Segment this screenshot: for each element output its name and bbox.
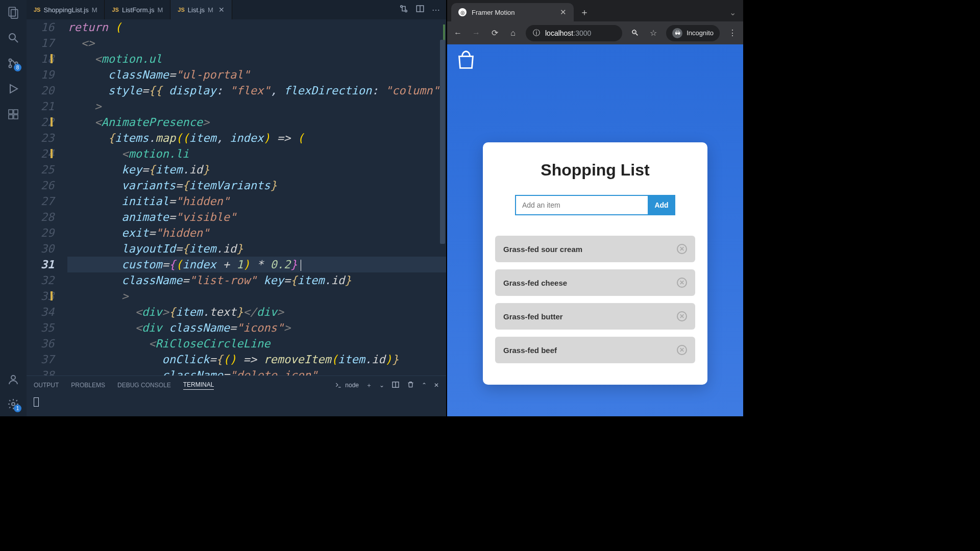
bookmark-icon[interactable]: ☆ xyxy=(648,28,659,38)
panel-tab-output[interactable]: OUTPUT xyxy=(34,382,59,389)
svg-rect-9 xyxy=(14,110,18,114)
editor-tab[interactable]: JSShoppingList.jsM xyxy=(27,0,105,19)
reload-button[interactable]: ⟳ xyxy=(489,28,500,38)
run-debug-icon[interactable] xyxy=(6,82,20,96)
code-line[interactable]: variants={itemVariants} xyxy=(67,178,446,193)
code-line[interactable]: initial="hidden" xyxy=(67,193,446,209)
page-viewport: Shopping List Add Grass-fed sour cream✕G… xyxy=(447,44,743,416)
list-item[interactable]: Grass-fed beef✕ xyxy=(495,337,695,363)
browser-window: ◎ Framer Motion ✕ ＋ ⌄ ← → ⟳ ⌂ ⓘ localhos… xyxy=(446,0,743,416)
extensions-icon[interactable] xyxy=(6,107,20,121)
delete-item-icon[interactable]: ✕ xyxy=(677,311,687,321)
code-line[interactable]: <motion.li xyxy=(67,146,446,162)
code-line[interactable]: className="list-row" key={item.id} xyxy=(67,272,446,288)
code-line[interactable]: <div className="icons"> xyxy=(67,320,446,336)
forward-button[interactable]: → xyxy=(471,29,482,38)
delete-item-icon[interactable]: ✕ xyxy=(677,244,687,254)
code-line[interactable]: <motion.ul xyxy=(67,51,446,67)
address-bar[interactable]: ⓘ localhost:3000 xyxy=(526,25,622,41)
site-info-icon[interactable]: ⓘ xyxy=(533,29,540,38)
code-line[interactable]: <div>{item.text}</div> xyxy=(67,304,446,320)
code-line[interactable]: custom={(index + 1) * 0.2} xyxy=(67,257,446,272)
new-terminal-icon[interactable]: ＋ xyxy=(366,381,372,390)
code-line[interactable]: <RiCloseCircleLine xyxy=(67,336,446,352)
svg-point-13 xyxy=(12,403,15,406)
more-actions-icon[interactable]: ⋯ xyxy=(432,5,440,15)
svg-rect-10 xyxy=(9,115,13,119)
add-item-input[interactable] xyxy=(515,195,648,215)
code-editor[interactable]: 1617181920212223242526272829303132333435… xyxy=(27,19,446,375)
item-text: Grass-fed sour cream xyxy=(503,245,582,254)
browser-tabstrip: ◎ Framer Motion ✕ ＋ ⌄ xyxy=(447,0,743,21)
code-line[interactable]: <> xyxy=(67,35,446,51)
svg-point-4 xyxy=(9,59,12,62)
browser-tab[interactable]: ◎ Framer Motion ✕ xyxy=(451,3,574,21)
code-line[interactable]: > xyxy=(67,288,446,304)
tab-filename: ListForm.js xyxy=(122,6,155,14)
js-file-icon: JS xyxy=(178,7,184,13)
home-button[interactable]: ⌂ xyxy=(507,29,519,38)
incognito-indicator[interactable]: 🕶 Incognito xyxy=(666,25,720,41)
search-icon[interactable] xyxy=(6,31,20,45)
code-line[interactable]: layoutId={item.id} xyxy=(67,241,446,257)
code-line[interactable]: > xyxy=(67,98,446,114)
item-text: Grass-fed beef xyxy=(503,346,557,355)
list-item[interactable]: Grass-fed cheese✕ xyxy=(495,269,695,296)
code-line[interactable]: animate="visible" xyxy=(67,209,446,225)
back-button[interactable]: ← xyxy=(452,29,463,38)
tab-favicon-icon: ◎ xyxy=(458,8,467,16)
panel-tab-debug-console[interactable]: DEBUG CONSOLE xyxy=(117,382,171,389)
new-tab-button[interactable]: ＋ xyxy=(580,6,589,18)
editor-scrollbar[interactable] xyxy=(438,19,445,375)
svg-rect-8 xyxy=(9,110,13,114)
search-page-icon[interactable]: 🔍︎ xyxy=(629,29,641,38)
delete-item-icon[interactable]: ✕ xyxy=(677,345,687,355)
list-item[interactable]: Grass-fed butter✕ xyxy=(495,303,695,330)
shopping-list-card: Shopping List Add Grass-fed sour cream✕G… xyxy=(483,142,707,385)
maximize-panel-icon[interactable]: ⌃ xyxy=(422,382,427,389)
tab-filename: List.js xyxy=(188,6,205,14)
panel-tab-problems[interactable]: PROBLEMS xyxy=(71,382,105,389)
editor-tab[interactable]: JSList.jsM✕ xyxy=(170,0,232,19)
list-item[interactable]: Grass-fed sour cream✕ xyxy=(495,236,695,262)
terminal-body[interactable] xyxy=(27,394,446,412)
explorer-icon[interactable] xyxy=(6,5,20,19)
code-line[interactable]: return ( xyxy=(67,19,446,35)
svg-point-12 xyxy=(11,375,15,380)
tab-search-icon[interactable]: ⌄ xyxy=(729,8,736,17)
code-line[interactable]: key={item.id} xyxy=(67,162,446,178)
add-button[interactable]: Add xyxy=(648,195,675,215)
split-editor-icon[interactable] xyxy=(415,4,425,15)
close-panel-icon[interactable]: ✕ xyxy=(434,382,439,389)
scm-badge: 8 xyxy=(14,64,21,71)
source-control-icon[interactable]: 8 xyxy=(6,56,20,70)
tab-close-icon[interactable]: ✕ xyxy=(560,8,567,17)
tab-modified-indicator: M xyxy=(92,6,97,14)
split-terminal-icon[interactable] xyxy=(391,381,400,390)
account-icon[interactable] xyxy=(6,372,20,387)
tab-modified-indicator: M xyxy=(208,6,213,14)
code-line[interactable]: onClick={() => removeItem(item.id)} xyxy=(67,352,446,367)
code-line[interactable]: style={{ display: "flex", flexDirection:… xyxy=(67,83,446,98)
item-text: Grass-fed butter xyxy=(503,312,563,321)
terminal-dropdown-icon[interactable]: ⌄ xyxy=(379,382,384,389)
browser-menu-icon[interactable]: ⋮ xyxy=(727,28,738,38)
svg-marker-7 xyxy=(10,85,17,93)
compare-changes-icon[interactable] xyxy=(399,4,408,15)
delete-item-icon[interactable]: ✕ xyxy=(677,278,687,288)
tab-close-icon[interactable]: ✕ xyxy=(218,6,225,14)
code-line[interactable]: <AnimatePresence> xyxy=(67,114,446,130)
url-host: localhost xyxy=(545,29,573,37)
panel-tab-terminal[interactable]: TERMINAL xyxy=(183,381,214,390)
editor-area: JSShoppingList.jsMJSListForm.jsMJSList.j… xyxy=(27,0,446,416)
code-line[interactable]: className="ul-portal" xyxy=(67,67,446,83)
terminal-shell-picker[interactable]: node xyxy=(335,382,359,389)
bottom-panel: OUTPUTPROBLEMSDEBUG CONSOLETERMINAL node… xyxy=(27,375,446,416)
js-file-icon: JS xyxy=(34,7,40,13)
code-line[interactable]: {items.map((item, index) => ( xyxy=(67,130,446,146)
code-line[interactable]: exit="hidden" xyxy=(67,225,446,241)
settings-gear-icon[interactable]: 1 xyxy=(6,397,20,411)
code-line[interactable]: className="delete-icon" xyxy=(67,367,446,375)
editor-tab[interactable]: JSListForm.jsM xyxy=(105,0,170,19)
kill-terminal-icon[interactable] xyxy=(407,381,414,390)
